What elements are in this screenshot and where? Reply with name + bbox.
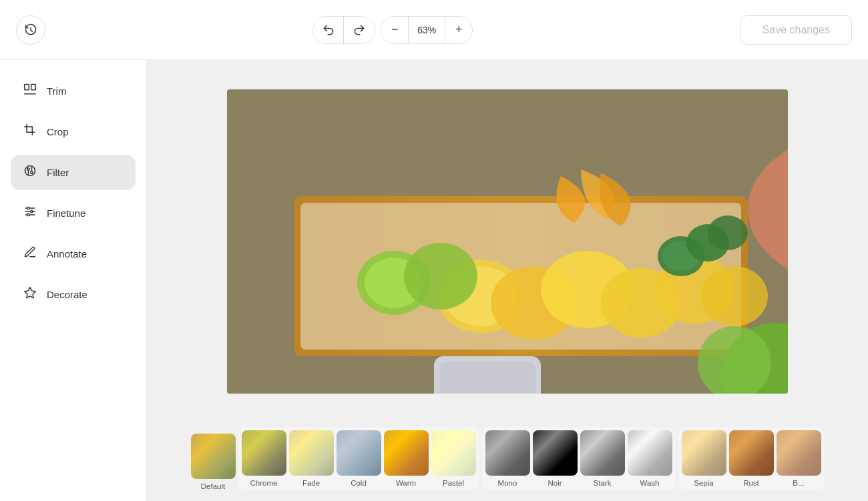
undo-button[interactable]: [313, 17, 344, 43]
filter-thumb-rust: [729, 430, 774, 476]
save-changes-button[interactable]: Save changes: [740, 15, 852, 45]
sidebar-item-trim-label: Trim: [47, 85, 66, 97]
redo-button[interactable]: [344, 17, 375, 43]
trim-icon: [23, 83, 37, 99]
filter-thumb-noir: [533, 430, 578, 476]
filter-strip: Default Chrome Fade Cold: [147, 423, 868, 501]
sidebar-item-crop-label: Crop: [47, 126, 69, 137]
filter-label-pastel: Pastel: [443, 479, 464, 487]
filter-item-warm[interactable]: Warm: [384, 430, 429, 487]
filter-thumb-cold: [337, 430, 381, 476]
svg-point-26: [701, 266, 768, 326]
filter-label-sepia: Sepia: [694, 479, 713, 487]
sidebar-item-filter-label: Filter: [47, 167, 69, 178]
filter-scroll: Default Chrome Fade Cold: [190, 423, 826, 494]
filter-thumb-b: [777, 430, 821, 476]
sidebar-item-filter[interactable]: Filter: [11, 155, 136, 190]
svg-point-10: [31, 210, 33, 212]
filter-item-b[interactable]: B...: [777, 430, 821, 487]
svg-point-24: [404, 243, 477, 310]
filter-item-wash[interactable]: Wash: [628, 430, 672, 487]
filter-label-chrome: Chrome: [250, 479, 278, 487]
undo-redo-group: [312, 16, 375, 44]
svg-rect-1: [31, 85, 36, 90]
svg-point-3: [25, 166, 35, 176]
svg-marker-12: [25, 288, 36, 298]
canvas-area: Default Chrome Fade Cold: [147, 60, 868, 501]
main-area: Trim Crop Filter: [0, 60, 868, 501]
filter-label-rust: Rust: [743, 479, 759, 487]
svg-rect-35: [439, 362, 535, 394]
filter-label-default: Default: [201, 482, 225, 490]
annotate-icon: [23, 245, 37, 262]
decorate-icon: [23, 286, 37, 303]
filter-item-chrome[interactable]: Chrome: [242, 430, 286, 487]
filter-item-cold[interactable]: Cold: [337, 430, 381, 487]
sidebar-item-finetune-label: Finetune: [47, 207, 85, 219]
filter-thumb-pastel: [431, 430, 476, 476]
main-image: [227, 89, 788, 394]
filter-item-pastel[interactable]: Pastel: [431, 430, 476, 487]
filter-label-warm: Warm: [396, 479, 416, 487]
filter-item-default[interactable]: Default: [191, 434, 236, 490]
sidebar-item-crop[interactable]: Crop: [11, 114, 136, 149]
filter-thumb-wash: [628, 430, 672, 476]
sidebar-item-trim[interactable]: Trim: [11, 73, 136, 109]
filter-item-sepia[interactable]: Sepia: [682, 430, 726, 487]
image-container: [214, 60, 801, 423]
filter-item-mono[interactable]: Mono: [485, 430, 530, 487]
filter-label-stark: Stark: [594, 479, 612, 487]
crop-icon: [23, 123, 37, 140]
filter-label-b: B...: [793, 479, 804, 487]
header-center: − 63% +: [312, 16, 473, 44]
filter-thumb-stark: [580, 430, 625, 476]
sidebar: Trim Crop Filter: [0, 60, 147, 501]
sidebar-item-annotate[interactable]: Annotate: [11, 236, 136, 272]
sidebar-item-finetune[interactable]: Finetune: [11, 195, 136, 231]
svg-point-33: [708, 215, 748, 250]
header-left: [16, 15, 45, 45]
filter-item-rust[interactable]: Rust: [729, 430, 774, 487]
filter-thumb-mono: [485, 430, 530, 476]
header: − 63% + Save changes: [0, 0, 868, 60]
svg-point-11: [27, 213, 29, 215]
filter-group-vintage: Sepia Rust B...: [678, 427, 825, 490]
history-button[interactable]: [16, 15, 45, 45]
filter-item-stark[interactable]: Stark: [580, 430, 625, 487]
sidebar-item-decorate[interactable]: Decorate: [11, 277, 136, 312]
filter-item-fade[interactable]: Fade: [289, 430, 334, 487]
filter-label-noir: Noir: [548, 479, 562, 487]
filter-item-noir[interactable]: Noir: [533, 430, 578, 487]
filter-icon: [23, 164, 37, 181]
filter-thumb-sepia: [682, 430, 726, 476]
filter-group-color: Chrome Fade Cold Warm: [238, 427, 479, 490]
svg-point-9: [27, 207, 29, 209]
filter-label-mono: Mono: [498, 479, 517, 487]
zoom-group: − 63% +: [381, 16, 473, 44]
filter-label-fade: Fade: [302, 479, 320, 487]
zoom-in-button[interactable]: +: [445, 17, 472, 43]
svg-rect-0: [25, 85, 29, 90]
zoom-value: 63%: [408, 17, 445, 43]
filter-label-cold: Cold: [351, 479, 367, 487]
filter-thumb-warm: [384, 430, 429, 476]
filter-thumb-chrome: [242, 430, 286, 476]
sidebar-item-decorate-label: Decorate: [47, 289, 87, 300]
zoom-out-button[interactable]: −: [381, 17, 408, 43]
filter-thumb-default: [191, 434, 236, 479]
filter-group-bw: Mono Noir Stark Wash: [482, 427, 676, 490]
finetune-icon: [23, 205, 37, 221]
filter-thumb-fade: [289, 430, 334, 476]
filter-label-wash: Wash: [640, 479, 660, 487]
sidebar-item-annotate-label: Annotate: [47, 248, 87, 260]
